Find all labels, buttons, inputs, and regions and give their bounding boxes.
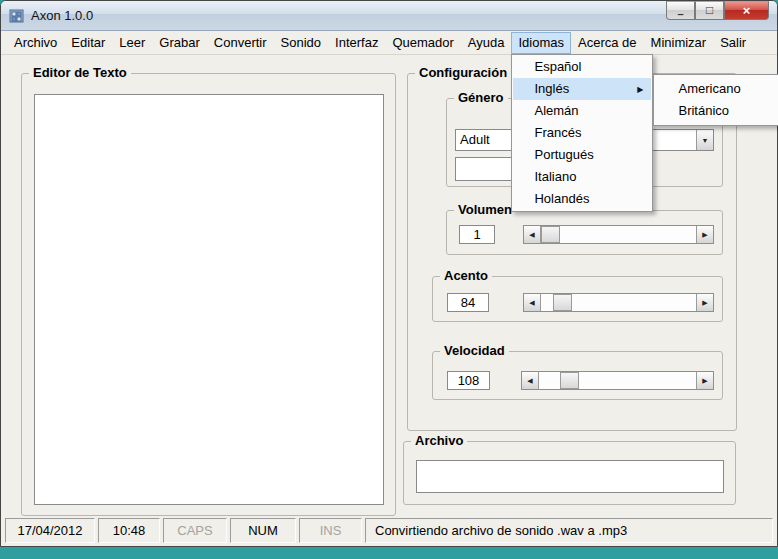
scroll-right-icon: ▶ [702,299,707,307]
status-caps: CAPS [163,518,227,543]
acento-scrollbar: ◀ ▶ [523,293,714,312]
archivo-legend: Archivo [411,433,467,449]
velocidad-value[interactable]: 108 [447,371,490,390]
menu-item-britanico[interactable]: Británico [655,100,778,122]
scroll-left-button[interactable]: ◀ [522,372,539,389]
chevron-down-icon: ▼ [702,137,709,144]
ingles-submenu: Americano Británico [653,74,778,126]
menu-item-frances[interactable]: Francés [513,122,651,144]
status-num: NUM [230,518,296,543]
menu-sonido[interactable]: Sonido [274,32,328,54]
menu-idiomas-label: Idiomas [518,35,564,50]
menu-item-americano[interactable]: Americano [655,78,778,100]
scroll-right-button[interactable]: ▶ [696,372,713,389]
volumen-legend: Volumen [454,202,516,218]
volumen-groupbox: Volumen 1 ◀ ▶ [446,210,723,255]
scroll-right-button[interactable]: ▶ [696,294,713,311]
close-button[interactable]: × [724,1,769,20]
menu-item-portugues[interactable]: Portugués [513,144,651,166]
minimize-button[interactable]: – [666,1,695,20]
menu-acerca-de[interactable]: Acerca de [571,32,644,54]
status-time: 10:48 [98,518,160,543]
menubar: Archivo Editar Leer Grabar Convertir Son… [1,31,777,55]
scroll-track[interactable] [541,294,696,311]
velocidad-scrollbar: ◀ ▶ [521,371,714,390]
window-title: Axon 1.0.0 [31,8,93,23]
menu-convertir[interactable]: Convertir [207,32,274,54]
scroll-left-icon: ◀ [529,299,534,307]
scroll-left-icon: ◀ [529,231,534,239]
maximize-icon: □ [706,3,713,17]
scroll-track[interactable] [539,372,696,389]
scroll-thumb[interactable] [560,372,579,389]
menu-archivo[interactable]: Archivo [7,32,64,54]
editor-groupbox: Editor de Texto [21,73,396,516]
menu-grabar[interactable]: Grabar [152,32,206,54]
scroll-right-button[interactable]: ▶ [696,226,713,243]
velocidad-legend: Velocidad [440,343,509,359]
maximize-button[interactable]: □ [695,1,724,20]
menu-quemador[interactable]: Quemador [385,32,460,54]
scroll-left-button[interactable]: ◀ [524,294,541,311]
editor-legend: Editor de Texto [29,65,131,81]
close-icon: × [743,3,751,18]
archivo-groupbox: Archivo [403,441,736,505]
scroll-left-button[interactable]: ◀ [524,226,541,243]
genero-legend: Género [454,90,508,106]
menu-item-holandes[interactable]: Holandés [513,188,651,210]
menu-salir[interactable]: Salir [713,32,753,54]
scroll-thumb[interactable] [541,226,560,243]
scroll-right-icon: ▶ [702,377,707,385]
combo-dropdown-button[interactable]: ▼ [696,130,713,150]
menu-minimizar[interactable]: Minimizar [644,32,714,54]
status-date: 17/04/2012 [5,518,95,543]
menu-leer[interactable]: Leer [112,32,152,54]
status-message: Convirtiendo archivo de sonido .wav a .m… [365,518,773,543]
status-ins: INS [299,518,362,543]
menu-interfaz[interactable]: Interfaz [328,32,385,54]
scroll-track[interactable] [541,226,696,243]
scroll-thumb[interactable] [553,294,572,311]
menu-idiomas[interactable]: Idiomas Español Inglés ▶ Americano Britá… [511,32,571,54]
acento-value[interactable]: 84 [447,293,489,312]
acento-legend: Acento [440,268,492,284]
submenu-arrow-icon: ▶ [637,79,643,101]
idiomas-dropdown: Español Inglés ▶ Americano Británico Ale… [511,54,653,212]
text-editor[interactable] [34,94,384,505]
app-window: Axon 1.0.0 – □ × Archivo Editar Leer Gra… [0,0,778,547]
menu-item-aleman[interactable]: Alemán [513,100,651,122]
menu-item-ingles-label: Inglés [534,81,569,96]
titlebar[interactable]: Axon 1.0.0 – □ × [1,1,777,31]
acento-groupbox: Acento 84 ◀ ▶ [432,276,723,322]
app-icon[interactable] [9,8,25,24]
config-legend: Configuración [415,65,511,81]
volumen-value[interactable]: 1 [459,225,495,244]
scroll-right-icon: ▶ [702,231,707,239]
menu-item-italiano[interactable]: Italiano [513,166,651,188]
archivo-input[interactable] [416,460,724,493]
volumen-scrollbar: ◀ ▶ [523,225,714,244]
menu-item-espanol[interactable]: Español [513,56,651,78]
menu-editar[interactable]: Editar [64,32,112,54]
minimize-icon: – [677,8,683,20]
scroll-left-icon: ◀ [527,377,532,385]
window-controls: – □ × [666,1,769,20]
statusbar: 17/04/2012 10:48 CAPS NUM INS Convirtien… [5,518,773,543]
velocidad-groupbox: Velocidad 108 ◀ ▶ [432,351,723,400]
menu-item-ingles[interactable]: Inglés ▶ Americano Británico [513,78,651,100]
menu-ayuda[interactable]: Ayuda [461,32,512,54]
